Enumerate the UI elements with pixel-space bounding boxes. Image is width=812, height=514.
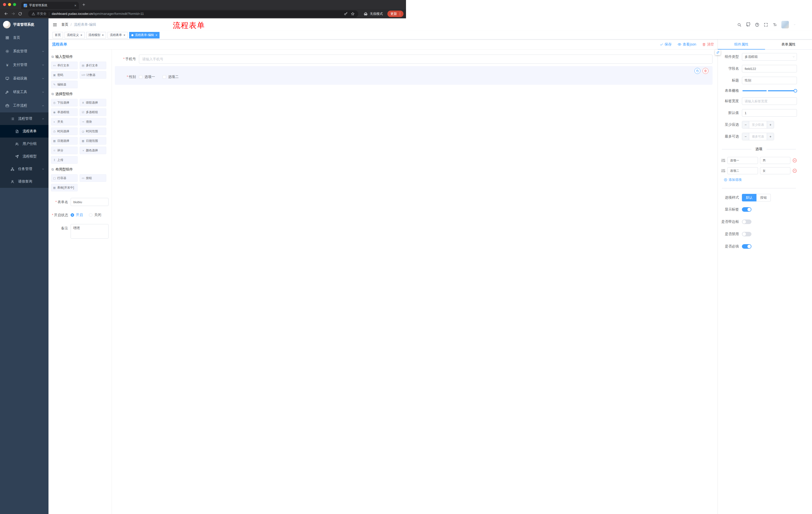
palette-item-date-range[interactable]: ▦日期范围 <box>80 137 106 144</box>
chevron-down-icon <box>42 168 45 170</box>
phone-input[interactable] <box>139 55 406 64</box>
breadcrumb-home[interactable]: 首页 <box>61 22 68 27</box>
palette-item-single-line-text[interactable]: ▭单行文本 <box>51 62 78 69</box>
table-icon: ▦ <box>53 186 56 189</box>
palette-item-table[interactable]: ▦表格[开发中] <box>51 184 78 191</box>
status-on-radio[interactable]: 开启 <box>70 213 83 217</box>
palette-item-color-picker[interactable]: ◑颜色选择 <box>80 146 106 154</box>
section-icon: ⧉ <box>52 55 54 59</box>
forward-button[interactable] <box>9 10 17 17</box>
form-meta: *表单名 *开启状态 开启 <box>51 191 109 239</box>
form-remark-textarea[interactable]: 嘿嘿 <box>70 224 109 239</box>
wrench-icon <box>5 90 9 94</box>
address-bar[interactable]: 不安全 dashboard.yudao.iocoder.cn /bpm/mana… <box>28 10 358 17</box>
form-canvas[interactable]: *手机号 *性别 选项一 <box>112 50 406 257</box>
app-header: 首页 / 流程表单-编辑 流程表单 <box>49 18 406 31</box>
sidebar-item-leave-query[interactable]: 请假查询 <box>0 175 49 188</box>
tag-process-model[interactable]: 流程模型 × <box>86 32 106 38</box>
dashboard-icon <box>5 36 9 40</box>
sidebar-item-label: 任务管理 <box>18 167 32 171</box>
form-remark-label: 备注 <box>51 224 68 239</box>
sidebar-item-infrastructure[interactable]: 基础设施 <box>0 72 49 85</box>
time-picker-icon: ◷ <box>53 130 56 133</box>
list-icon <box>10 117 14 121</box>
tag-process-form-edit[interactable]: 流程表单-编辑 × <box>129 32 160 38</box>
section-icon: ⧉ <box>52 167 54 171</box>
close-window-button[interactable] <box>3 3 6 6</box>
browser-chrome: 芋道管理系统 × 不安全 dashboard.yudao.iocoder.cn … <box>0 0 406 18</box>
status-off-radio[interactable]: 关闭 <box>89 213 101 217</box>
minimize-window-button[interactable] <box>8 3 11 6</box>
sidebar-item-user-group[interactable]: 用户分组 <box>0 138 49 150</box>
tag-close-icon[interactable]: × <box>155 33 157 37</box>
bookmark-star-icon[interactable] <box>351 12 355 16</box>
palette-item-date-picker[interactable]: ▦日期选择 <box>51 137 78 144</box>
tag-close-icon[interactable]: × <box>123 33 125 37</box>
form-field-gender[interactable]: *性别 选项一 选项二 <box>115 66 406 85</box>
gender-option-2-checkbox[interactable]: 选项二 <box>163 75 179 79</box>
key-icon[interactable] <box>344 12 348 16</box>
form-name-input[interactable] <box>70 198 109 206</box>
sidebar-logo[interactable]: 芋道管理系统 <box>0 18 49 31</box>
color-picker-icon: ◑ <box>81 149 85 152</box>
palette-item-radio-group[interactable]: ◉单选框组 <box>51 108 78 116</box>
security-label[interactable]: 不安全 <box>37 11 47 16</box>
briefcase-icon <box>5 104 9 108</box>
palette-item-row-container[interactable]: ▢行容器 <box>51 174 78 182</box>
sidebar-item-label: 基础设施 <box>13 76 27 81</box>
tag-close-icon[interactable]: × <box>80 33 82 37</box>
palette-section-title: ⧉ 输入型组件 <box>52 55 109 59</box>
sidebar-item-process-management[interactable]: 流程管理 <box>0 112 49 125</box>
sidebar-item-label: 首页 <box>13 35 20 40</box>
tag-close-icon[interactable]: × <box>102 33 104 37</box>
sidebar-item-task-management[interactable]: 任务管理 <box>0 163 49 175</box>
browser-tab[interactable]: 芋道管理系统 × <box>21 2 79 9</box>
reload-button[interactable] <box>17 10 24 17</box>
palette-item-button[interactable]: ▭按钮 <box>80 174 106 182</box>
palette-item-password[interactable]: ▣密码 <box>51 71 78 79</box>
sidebar: 芋道管理系统 首页 系统管理 ¥ 支付管理 基础设施 研发工具 工作流 <box>0 18 49 257</box>
gender-option-1-checkbox[interactable]: 选项一 <box>139 75 155 79</box>
update-label: 更新 <box>390 11 397 16</box>
palette-item-checkbox-group[interactable]: ☑多选框组 <box>80 108 106 116</box>
radio-dot-checked <box>70 213 74 217</box>
tag-process-form[interactable]: 流程表单 × <box>108 32 127 38</box>
palette-item-switch[interactable]: ◐开关 <box>51 118 78 126</box>
tag-label: 首页 <box>55 33 61 37</box>
tag-home[interactable]: 首页 <box>53 32 63 38</box>
url-path[interactable]: /bpm/manager/form/edit?formId=11 <box>93 12 144 16</box>
chevron-down-icon <box>42 91 45 93</box>
palette-item-select[interactable]: ◎下拉选择 <box>51 99 78 106</box>
sidebar-item-payment[interactable]: ¥ 支付管理 <box>0 58 49 72</box>
sidebar-item-system[interactable]: 系统管理 <box>0 45 49 58</box>
sidebar-item-devtools[interactable]: 研发工具 <box>0 85 49 99</box>
tab-close-icon[interactable]: × <box>75 4 76 7</box>
new-tab-button[interactable] <box>82 3 86 6</box>
palette-item-upload[interactable]: ↥上传 <box>51 156 78 164</box>
single-line-text-icon: ▭ <box>53 64 56 67</box>
sidebar-item-process-form[interactable]: 流程表单 <box>0 125 49 138</box>
form-field-phone[interactable]: *手机号 <box>115 55 406 64</box>
hamburger-icon[interactable] <box>53 22 57 27</box>
palette-item-time-picker[interactable]: ◷时间选择 <box>51 128 78 135</box>
tag-process-definition[interactable]: 流程定义 × <box>64 32 85 38</box>
menu-dots-icon[interactable] <box>398 12 402 16</box>
sidebar-item-process-model[interactable]: 流程模型 <box>0 150 49 163</box>
palette-item-counter[interactable]: 123计数器 <box>80 71 106 79</box>
warning-icon[interactable] <box>32 12 35 16</box>
sidebar-item-home[interactable]: 首页 <box>0 31 49 45</box>
palette-item-multi-line-text[interactable]: ▤多行文本 <box>80 62 106 69</box>
palette-item-editor[interactable]: ✎编辑器 <box>51 81 78 88</box>
back-button[interactable] <box>2 10 9 17</box>
zoom-window-button[interactable] <box>13 3 16 6</box>
chevron-down-icon <box>42 64 45 66</box>
palette-item-rate[interactable]: ☆评分 <box>51 146 78 154</box>
tag-label: 流程定义 <box>67 33 79 37</box>
url-domain[interactable]: dashboard.yudao.iocoder.cn <box>52 12 93 16</box>
palette-item-cascader[interactable]: ⋔级联选择 <box>80 99 106 106</box>
palette-item-slider[interactable]: ⊸滑块 <box>80 118 106 126</box>
palette-item-time-range[interactable]: ◶时间范围 <box>80 128 106 135</box>
sidebar-item-label: 系统管理 <box>13 49 27 54</box>
sidebar-item-workflow[interactable]: 工作流程 <box>0 99 49 112</box>
update-button[interactable]: 更新 <box>387 10 404 17</box>
